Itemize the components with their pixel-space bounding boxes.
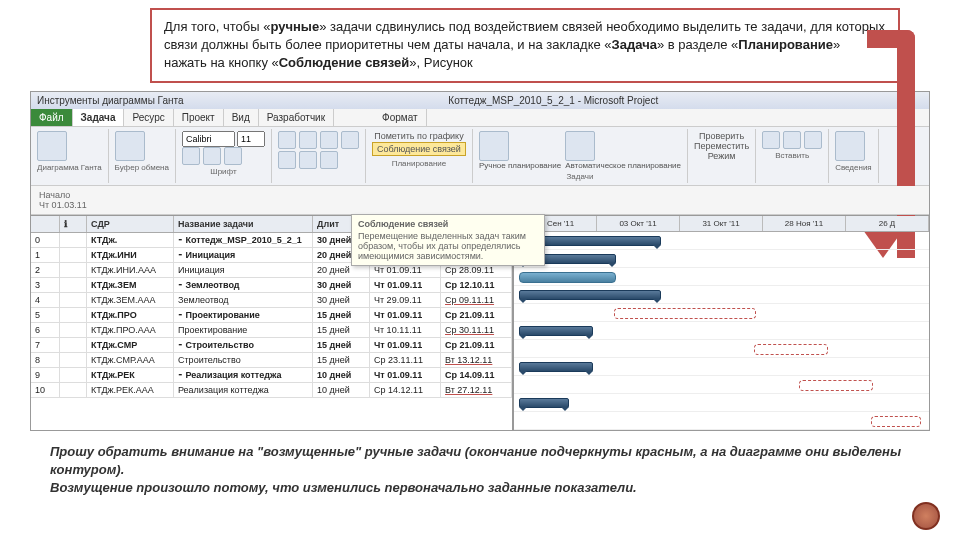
row-end[interactable]: Ср 09.11.11 bbox=[441, 293, 512, 307]
row-name[interactable]: Реализация коттеджа bbox=[174, 383, 313, 397]
check-button[interactable]: Проверить bbox=[694, 131, 749, 141]
row-end[interactable]: Ср 21.09.11 bbox=[441, 308, 512, 322]
row-start[interactable]: Чт 01.09.11 bbox=[370, 278, 441, 292]
font-size-input[interactable] bbox=[237, 131, 265, 147]
gantt-bar[interactable] bbox=[754, 344, 828, 355]
gantt-bar[interactable] bbox=[519, 272, 616, 283]
gantt-bar[interactable] bbox=[519, 326, 593, 336]
row-name[interactable]: ⁃ Реализация коттеджа bbox=[174, 368, 313, 382]
table-row[interactable]: 9КТДж.РЕК⁃ Реализация коттеджа10 днейЧт … bbox=[31, 368, 512, 383]
row-sdr[interactable]: КТДж. bbox=[87, 233, 174, 247]
insert-summary-icon[interactable] bbox=[783, 131, 801, 149]
row-sdr[interactable]: КТДж.ЗЕМ.ААА bbox=[87, 293, 174, 307]
auto-schedule-icon[interactable] bbox=[565, 131, 595, 161]
row-duration[interactable]: 30 дней bbox=[313, 293, 370, 307]
move-button[interactable]: Переместить bbox=[694, 141, 749, 151]
row-name[interactable]: Строительство bbox=[174, 353, 313, 367]
table-row[interactable]: 6КТДж.ПРО.АААПроектирование15 днейЧт 10.… bbox=[31, 323, 512, 338]
link-icon[interactable] bbox=[320, 131, 338, 149]
row-sdr[interactable]: КТДж.СМР.ААА bbox=[87, 353, 174, 367]
col-name[interactable]: Название задачи bbox=[174, 216, 313, 232]
row-duration[interactable]: 30 дней bbox=[313, 278, 370, 292]
gantt-bar[interactable] bbox=[519, 290, 661, 300]
tab-view[interactable]: Вид bbox=[224, 109, 259, 126]
row-end[interactable]: Ср 12.10.11 bbox=[441, 278, 512, 292]
pct2-icon[interactable] bbox=[299, 151, 317, 169]
row-sdr[interactable]: КТДж.ПРО.ААА bbox=[87, 323, 174, 337]
row-name[interactable]: ⁃ Землеотвод bbox=[174, 278, 313, 292]
paste-icon[interactable] bbox=[115, 131, 145, 161]
pct-icon[interactable] bbox=[278, 151, 296, 169]
italic-icon[interactable] bbox=[203, 147, 221, 165]
row-name[interactable]: Проектирование bbox=[174, 323, 313, 337]
row-name[interactable]: ⁃ Коттедж_MSP_2010_5_2_1 bbox=[174, 233, 313, 247]
mode-button[interactable]: Режим bbox=[694, 151, 749, 161]
gantt-bar[interactable] bbox=[519, 362, 593, 372]
gantt-chart-icon[interactable] bbox=[37, 131, 67, 161]
tab-task[interactable]: Задача bbox=[73, 109, 125, 126]
row-duration[interactable]: 10 дней bbox=[313, 383, 370, 397]
tab-resource[interactable]: Ресурс bbox=[124, 109, 173, 126]
row-sdr[interactable]: КТДж.СМР bbox=[87, 338, 174, 352]
outdent-icon[interactable] bbox=[299, 131, 317, 149]
row-name[interactable]: Инициация bbox=[174, 263, 313, 277]
tab-format[interactable]: Формат bbox=[374, 109, 427, 126]
table-row[interactable]: 10КТДж.РЕК.АААРеализация коттеджа10 дней… bbox=[31, 383, 512, 398]
row-end[interactable]: Ср 14.09.11 bbox=[441, 368, 512, 382]
col-sdr[interactable]: СДР bbox=[87, 216, 174, 232]
row-start[interactable]: Чт 29.09.11 bbox=[370, 293, 441, 307]
row-end[interactable]: Ср 30.11.11 bbox=[441, 323, 512, 337]
manual-schedule-icon[interactable] bbox=[479, 131, 509, 161]
row-end[interactable]: Вт 27.12.11 bbox=[441, 383, 512, 397]
table-row[interactable]: 8КТДж.СМР.АААСтроительство15 днейСр 23.1… bbox=[31, 353, 512, 368]
pct3-icon[interactable] bbox=[320, 151, 338, 169]
indent-icon[interactable] bbox=[278, 131, 296, 149]
gantt-bar[interactable] bbox=[519, 398, 569, 408]
tab-project[interactable]: Проект bbox=[174, 109, 224, 126]
row-start[interactable]: Чт 01.09.11 bbox=[370, 338, 441, 352]
row-sdr[interactable]: КТДж.РЕК.ААА bbox=[87, 383, 174, 397]
bold-icon[interactable] bbox=[182, 147, 200, 165]
row-end[interactable]: Ср 21.09.11 bbox=[441, 338, 512, 352]
tab-developer[interactable]: Разработчик bbox=[259, 109, 334, 126]
row-sdr[interactable]: КТДж.ИНИ.ААА bbox=[87, 263, 174, 277]
gantt-bar[interactable] bbox=[614, 308, 756, 319]
row-duration[interactable]: 10 дней bbox=[313, 368, 370, 382]
respect-links-button[interactable]: Соблюдение связей bbox=[372, 142, 466, 156]
row-sdr[interactable]: КТДж.ИНИ bbox=[87, 248, 174, 262]
gantt-row bbox=[514, 358, 929, 376]
table-row[interactable]: 7КТДж.СМР⁃ Строительство15 днейЧт 01.09.… bbox=[31, 338, 512, 353]
row-end[interactable]: Вт 13.12.11 bbox=[441, 353, 512, 367]
unlink-icon[interactable] bbox=[341, 131, 359, 149]
row-name[interactable]: ⁃ Строительство bbox=[174, 338, 313, 352]
col-info[interactable]: ℹ bbox=[60, 216, 87, 232]
row-duration[interactable]: 15 дней bbox=[313, 338, 370, 352]
row-sdr[interactable]: КТДж.ПРО bbox=[87, 308, 174, 322]
font-name-input[interactable] bbox=[182, 131, 235, 147]
insert-milestone-icon[interactable] bbox=[804, 131, 822, 149]
gantt-bar[interactable] bbox=[799, 380, 873, 391]
row-sdr[interactable]: КТДж.ЗЕМ bbox=[87, 278, 174, 292]
row-start[interactable]: Чт 01.09.11 bbox=[370, 368, 441, 382]
row-name[interactable]: Землеотвод bbox=[174, 293, 313, 307]
row-duration[interactable]: 15 дней bbox=[313, 353, 370, 367]
row-start[interactable]: Ср 14.12.11 bbox=[370, 383, 441, 397]
insert-task-icon[interactable] bbox=[762, 131, 780, 149]
table-row[interactable]: 4КТДж.ЗЕМ.АААЗемлеотвод30 днейЧт 29.09.1… bbox=[31, 293, 512, 308]
row-start[interactable]: Чт 01.09.11 bbox=[370, 308, 441, 322]
gantt-row bbox=[514, 304, 929, 322]
underline-icon[interactable] bbox=[224, 147, 242, 165]
row-name[interactable]: ⁃ Проектирование bbox=[174, 308, 313, 322]
info-icon[interactable] bbox=[835, 131, 865, 161]
row-start[interactable]: Чт 10.11.11 bbox=[370, 323, 441, 337]
gantt-bar[interactable] bbox=[871, 416, 921, 427]
row-sdr[interactable]: КТДж.РЕК bbox=[87, 368, 174, 382]
row-duration[interactable]: 15 дней bbox=[313, 323, 370, 337]
row-start[interactable]: Ср 23.11.11 bbox=[370, 353, 441, 367]
table-row[interactable]: 3КТДж.ЗЕМ⁃ Землеотвод30 днейЧт 01.09.11С… bbox=[31, 278, 512, 293]
row-duration[interactable]: 15 дней bbox=[313, 308, 370, 322]
mark-schedule-button[interactable]: Пометить по графику bbox=[372, 131, 466, 141]
table-row[interactable]: 5КТДж.ПРО⁃ Проектирование15 днейЧт 01.09… bbox=[31, 308, 512, 323]
tab-file[interactable]: Файл bbox=[31, 109, 73, 126]
row-name[interactable]: ⁃ Инициация bbox=[174, 248, 313, 262]
